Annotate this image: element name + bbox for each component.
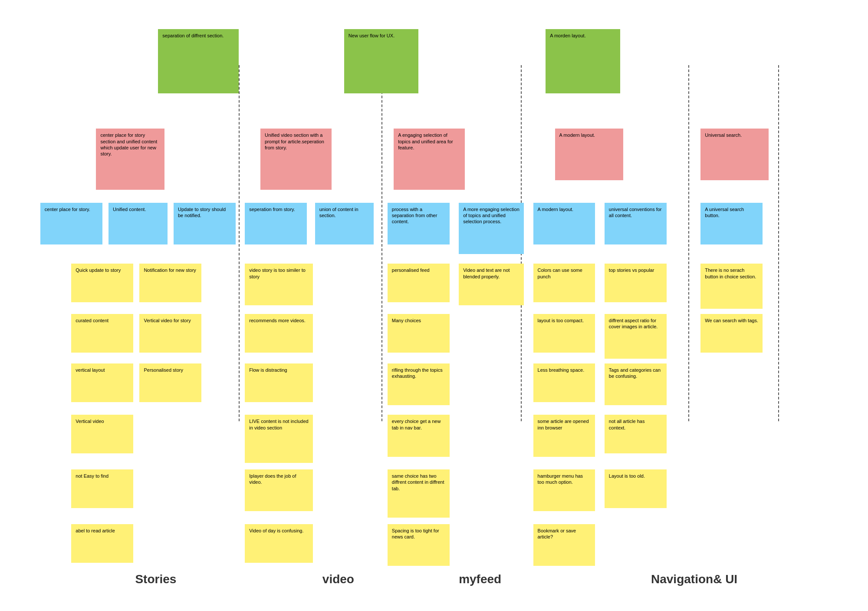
card-y23: LIVE content is not included in video se… [245,415,313,463]
card-y20: Less breathing space. [533,363,595,402]
dashed-line-dl1 [239,65,240,421]
card-g1: separation of diffrent section. [158,29,239,93]
card-b5: union of content in section. [315,203,374,244]
card-y10: Vertical video for story [139,314,201,353]
section-label-sl1: Stories [135,572,176,602]
dashed-line-dl2 [381,65,382,421]
card-b7: A more engaging selection of topics and … [459,203,524,254]
card-b10: A universal search button. [700,203,763,244]
card-y19: rifling through the topics exhausting. [388,363,450,405]
card-b1: center place for story. [40,203,102,244]
main-canvas: separation of diffrent section.New user … [0,0,868,611]
card-y4: personalised feed [388,264,450,302]
section-label-sl2: video [322,572,354,602]
card-g2: New user flow for UX. [344,29,418,93]
card-r2: Unified video section with a prompt for … [260,129,332,190]
card-y3: video story is too similer to story [245,264,313,305]
card-r5: Universal search. [700,129,769,180]
card-y9: curated content [71,314,133,353]
card-b6: process with a separation from other con… [388,203,450,244]
card-r3: A engaging selection of topics and unifi… [394,129,465,190]
card-y26: not all article has context. [605,415,667,453]
card-y11: recommends more videos. [245,314,313,353]
card-y33: Video of day is confusing. [245,524,313,563]
card-y6: Colors can use some punch [533,264,595,302]
card-y31: Layout is too old. [605,469,667,508]
card-y17: Personalised story [139,363,201,402]
card-b3: Update to story should be notified. [174,203,236,244]
card-y1: Quick update to story [71,264,133,302]
card-r4: A modern layout. [555,129,623,180]
card-y7: top stories vs popular [605,264,667,302]
card-y12: Many choices [388,314,450,353]
card-b8: A modern layout. [533,203,595,244]
card-y32: abel to read article [71,524,133,563]
card-y30: hamburger menu has too much option. [533,469,595,511]
card-y8: There is no serach button in choice sect… [700,264,763,309]
card-y27: not Easy to find [71,469,133,508]
card-y28: Iplayer does the job of video. [245,469,313,511]
card-y25: some article are opened inn browser [533,415,595,456]
section-label-sl3: myfeed [459,572,501,602]
card-y21: Tags and categories can be confusing. [605,363,667,405]
card-g3: A morden layout. [546,29,620,93]
card-y16: vertical layout [71,363,133,402]
card-y34: Spacing is too tight for news card. [388,524,450,566]
card-r1: center place for story section and unifi… [96,129,164,190]
dashed-line-dl5 [778,65,779,421]
card-b2: Unified content. [108,203,168,244]
card-y22: Vertical video [71,415,133,453]
card-y24: every choice get a new tab in nav bar. [388,415,450,456]
card-y18: Flow is distracting [245,363,313,402]
dashed-line-dl4 [688,65,689,421]
card-y14: diffrent aspect ratio for cover images i… [605,314,667,359]
card-y29: same choice has two diffrent content in … [388,469,450,518]
card-y5: Video and text are not blended properly. [459,264,524,305]
card-b4: seperation from story. [245,203,307,244]
card-y13: layout is too compact. [533,314,595,353]
section-label-sl4: Navigation& UI [651,572,737,602]
card-b9: universal conventions for all content. [605,203,667,244]
card-y35: Bookmark or save article? [533,524,595,566]
card-y15: We can search with tags. [700,314,763,353]
card-y2: Notification for new story [139,264,201,302]
